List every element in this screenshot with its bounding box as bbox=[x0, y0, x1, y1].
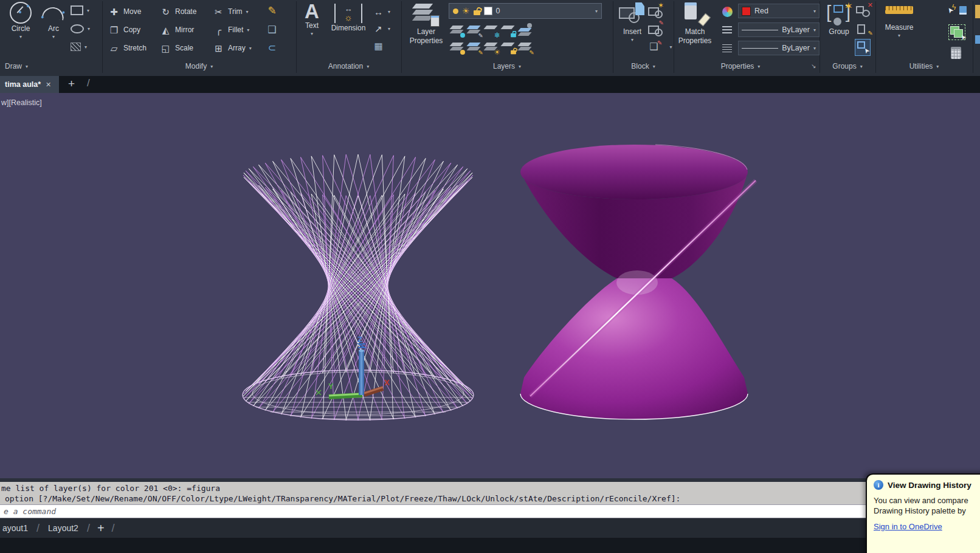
trim-button[interactable]: ✂Trim▾ bbox=[213, 4, 249, 19]
dropdown-arrow-icon[interactable]: ▾ bbox=[52, 34, 55, 40]
layers-panel-label[interactable]: Layers ▾ bbox=[401, 62, 613, 70]
layer-combo[interactable]: ☀ 0 ▾ bbox=[449, 3, 602, 19]
dropdown-arrow-icon[interactable]: ▾ bbox=[311, 31, 313, 36]
linetype-combo[interactable]: ByLayer ▾ bbox=[738, 41, 820, 55]
hatch-button[interactable]: ▾ bbox=[71, 39, 87, 55]
layer-freeze-button[interactable]: ❄ bbox=[484, 23, 500, 38]
layer-unlock-all-button[interactable] bbox=[501, 40, 517, 55]
layer-isolate-button[interactable]: ✎ bbox=[467, 23, 483, 38]
lineweight-combo[interactable]: ByLayer ▾ bbox=[738, 22, 820, 37]
dropdown-arrow-icon[interactable]: ▾ bbox=[813, 46, 816, 51]
paste-icon[interactable] bbox=[975, 5, 980, 18]
dropdown-arrow-icon[interactable]: ▾ bbox=[388, 9, 390, 15]
rotate-button[interactable]: ↻Rotate bbox=[160, 4, 196, 19]
layer-off-button[interactable] bbox=[450, 23, 466, 38]
layer-merge-button[interactable]: ✎ bbox=[518, 40, 534, 55]
new-drawing-tab-button[interactable]: + bbox=[68, 77, 75, 91]
layer-properties-button[interactable]: Layer Properties bbox=[405, 2, 447, 45]
group-edit-button[interactable]: ✎ bbox=[856, 22, 873, 36]
explode-button[interactable]: ❑ bbox=[266, 22, 278, 38]
viewport-canvas[interactable]: Y X Z bbox=[0, 93, 980, 478]
move-button[interactable]: ✚Move bbox=[108, 4, 141, 19]
groups-panel-label[interactable]: Groups ▾ bbox=[820, 62, 875, 70]
dropdown-arrow-icon[interactable]: ▾ bbox=[595, 9, 598, 14]
make-current-layer-button[interactable] bbox=[518, 23, 534, 38]
create-block-star-icon: ✶ bbox=[658, 2, 664, 19]
drawing-history-notification[interactable]: i View Drawing History You can view and … bbox=[866, 473, 980, 553]
dropdown-arrow-icon[interactable]: ▾ bbox=[249, 46, 252, 51]
edit-block-button[interactable]: ✎ bbox=[648, 22, 664, 36]
arc-button[interactable]: Arc ▾ bbox=[39, 2, 68, 40]
block-panel-label[interactable]: Block ▾ bbox=[613, 62, 674, 70]
fillet-button[interactable]: ╭Fillet▾ bbox=[213, 22, 249, 38]
layout2-tab[interactable]: Layout2 bbox=[46, 523, 81, 533]
scale-button[interactable]: ◱Scale bbox=[160, 40, 193, 56]
command-history[interactable]: me list of layer(s) for color 201 <0>: =… bbox=[0, 482, 980, 504]
layer-color-swatch[interactable] bbox=[484, 7, 492, 15]
dropdown-arrow-icon[interactable]: ▾ bbox=[87, 8, 89, 13]
quick-calculator-button[interactable] bbox=[951, 45, 961, 61]
properties-dialog-launcher-icon[interactable]: ↘ bbox=[811, 63, 816, 69]
active-drawing-tab[interactable]: tima aula* ✕ bbox=[0, 76, 59, 93]
solid-hyperboloid[interactable] bbox=[520, 145, 756, 419]
rectangle-button[interactable]: ▾ bbox=[71, 2, 89, 18]
mirror-button[interactable]: ◭Mirror bbox=[160, 22, 194, 38]
dimension-button[interactable]: ↔☼ Dimension bbox=[326, 4, 370, 32]
layer-lock-button[interactable] bbox=[501, 23, 517, 38]
array-button[interactable]: ⊞Array▾ bbox=[213, 40, 252, 56]
sign-in-onedrive-link[interactable]: Sign in to OneDrive bbox=[874, 522, 942, 531]
wireframe-hyperboloid[interactable] bbox=[243, 154, 473, 421]
erase-button[interactable]: ✎ bbox=[266, 2, 278, 18]
dropdown-arrow-icon[interactable]: ▾ bbox=[898, 33, 900, 38]
layer-thaw-sun-icon[interactable]: ☀ bbox=[462, 7, 470, 15]
dropdown-arrow-icon[interactable]: ▾ bbox=[813, 9, 816, 14]
clipboard-icon[interactable] bbox=[975, 35, 980, 44]
dropdown-arrow-icon[interactable]: ▾ bbox=[669, 44, 672, 50]
turn-all-layers-on-button[interactable] bbox=[450, 40, 466, 55]
leader-button[interactable]: ↗▾ bbox=[373, 21, 390, 36]
dropdown-arrow-icon[interactable]: ▾ bbox=[388, 26, 390, 32]
model-viewport[interactable]: w][Realistic] bbox=[0, 93, 980, 478]
viewport-controls-label[interactable]: w][Realistic] bbox=[1, 98, 42, 107]
table-button[interactable]: ▦ bbox=[373, 38, 384, 53]
new-layout-button[interactable]: + bbox=[96, 521, 106, 535]
ellipse-button[interactable]: ▾ bbox=[71, 21, 90, 36]
dropdown-arrow-icon[interactable]: ▾ bbox=[813, 27, 816, 33]
layer-on-bulb-icon[interactable] bbox=[453, 9, 458, 14]
text-button[interactable]: A Text ▾ bbox=[298, 2, 325, 36]
insert-button[interactable]: Insert ▾ bbox=[616, 2, 648, 43]
object-color-combo[interactable]: Red ▾ bbox=[738, 4, 820, 18]
calculator-icon bbox=[951, 47, 961, 59]
draw-panel-label[interactable]: Draw ▾ bbox=[5, 62, 28, 70]
properties-panel-label[interactable]: Properties ▾ bbox=[674, 62, 807, 70]
group-button[interactable]: [] ✶ Group bbox=[824, 2, 854, 36]
match-properties-button[interactable]: Match Properties bbox=[677, 2, 713, 45]
quick-select-button[interactable]: ➤ ϟ bbox=[947, 2, 967, 18]
stretch-button[interactable]: ▱Stretch bbox=[108, 40, 147, 56]
dropdown-arrow-icon[interactable]: ▾ bbox=[88, 26, 90, 32]
utilities-panel-label[interactable]: Utilities ▾ bbox=[875, 62, 973, 70]
dropdown-arrow-icon[interactable]: ▾ bbox=[19, 34, 22, 40]
close-tab-icon[interactable]: ✕ bbox=[46, 81, 51, 89]
group-selection-toggle[interactable]: ➤ bbox=[855, 39, 871, 56]
circle-button[interactable]: Circle ▾ bbox=[5, 2, 36, 40]
measure-button[interactable]: Measure ▾ bbox=[880, 6, 918, 38]
dropdown-arrow-icon[interactable]: ▾ bbox=[247, 27, 249, 33]
select-objects-button[interactable]: ➤ bbox=[948, 24, 965, 40]
dropdown-arrow-icon[interactable]: ▾ bbox=[246, 9, 249, 15]
command-input[interactable]: e a command bbox=[0, 504, 980, 518]
linear-dimension-button[interactable]: ↔▾ bbox=[373, 4, 390, 19]
block-attribute-button[interactable]: ❑ ✎ ▾ bbox=[648, 39, 672, 55]
dropdown-arrow-icon[interactable]: ▾ bbox=[631, 37, 633, 43]
annotation-panel-label[interactable]: Annotation ▾ bbox=[296, 62, 401, 70]
copy-button[interactable]: ❐Copy bbox=[108, 22, 140, 38]
layer-unisolate-button[interactable]: ✎ bbox=[467, 40, 483, 55]
thaw-all-layers-button[interactable]: ☀ bbox=[484, 40, 500, 55]
layer-unlock-icon[interactable] bbox=[474, 10, 480, 15]
layout1-tab[interactable]: ayout1 bbox=[0, 523, 30, 533]
ungroup-button[interactable]: ✕ bbox=[856, 4, 873, 18]
offset-button[interactable]: ⊂ bbox=[266, 40, 278, 56]
dropdown-arrow-icon[interactable]: ▾ bbox=[85, 44, 87, 50]
create-block-button[interactable]: ✶ bbox=[648, 4, 664, 18]
modify-panel-label[interactable]: Modify ▾ bbox=[102, 62, 296, 70]
